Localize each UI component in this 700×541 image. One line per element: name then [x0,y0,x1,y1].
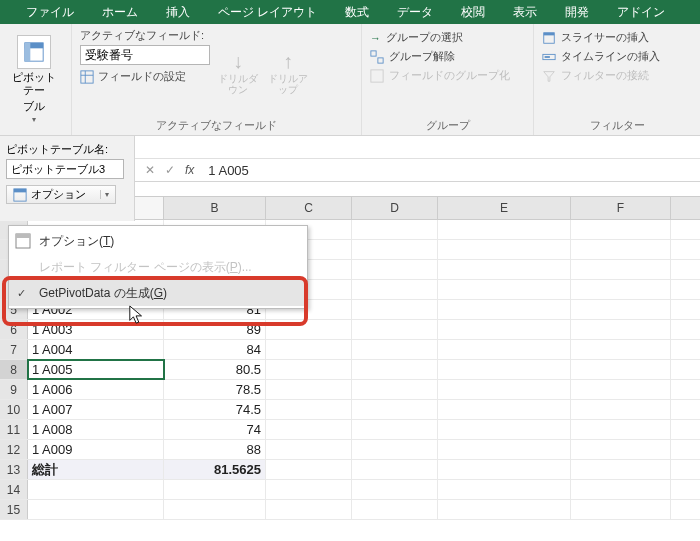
tab-formulas[interactable]: 数式 [331,0,383,24]
cell[interactable] [438,340,571,359]
cell[interactable] [438,300,571,319]
cell[interactable] [571,320,671,339]
cell[interactable] [266,460,352,479]
fx-icon[interactable]: fx [185,163,202,177]
ungroup-button[interactable]: グループ解除 [370,49,510,64]
row-header[interactable]: 7 [0,340,28,359]
cell[interactable] [352,280,438,299]
cell[interactable] [438,240,571,259]
cell-b[interactable]: 81.5625 [164,460,266,479]
cell[interactable] [571,500,671,519]
row-header[interactable]: 13 [0,460,28,479]
group-selection-button[interactable]: → グループの選択 [370,30,510,45]
pivot-name-input[interactable] [6,159,124,179]
row-header[interactable]: 14 [0,480,28,499]
active-field-input[interactable] [80,45,210,65]
cell-b[interactable] [164,480,266,499]
cell[interactable] [571,380,671,399]
cell[interactable] [266,440,352,459]
cell-a[interactable]: 1 A006 [28,380,164,399]
cell-a[interactable]: 1 A005 [28,360,164,379]
cell[interactable] [266,480,352,499]
cell[interactable] [438,380,571,399]
cell[interactable] [571,360,671,379]
cell[interactable] [438,260,571,279]
row-header[interactable]: 11 [0,420,28,439]
menu-item-options[interactable]: オプション(T) [9,228,307,254]
cell[interactable] [352,420,438,439]
cell[interactable] [571,340,671,359]
cell[interactable] [438,400,571,419]
cell[interactable] [438,360,571,379]
row-header[interactable]: 10 [0,400,28,419]
cell[interactable] [266,420,352,439]
cell[interactable] [571,280,671,299]
cell[interactable] [438,440,571,459]
cell-b[interactable]: 80.5 [164,360,266,379]
formula-value[interactable]: 1 A005 [202,163,249,178]
field-settings-button[interactable]: フィールドの設定 [80,69,210,84]
row-header[interactable]: 12 [0,440,28,459]
cell-b[interactable]: 78.5 [164,380,266,399]
cell-a[interactable]: 総計 [28,460,164,479]
insert-timeline-button[interactable]: タイムラインの挿入 [542,49,660,64]
cell[interactable] [266,320,352,339]
tab-review[interactable]: 校閲 [447,0,499,24]
cell[interactable] [571,400,671,419]
cell[interactable] [352,440,438,459]
cell[interactable] [266,340,352,359]
cell[interactable] [571,240,671,259]
col-header-b[interactable]: B [164,197,266,219]
chevron-down-icon[interactable]: ▾ [100,190,109,199]
cell[interactable] [352,320,438,339]
cell[interactable] [352,400,438,419]
cell-a[interactable]: 1 A007 [28,400,164,419]
cell-b[interactable]: 74 [164,420,266,439]
cell[interactable] [438,480,571,499]
row-header[interactable]: 6 [0,320,28,339]
cell[interactable] [266,500,352,519]
tab-insert[interactable]: 挿入 [152,0,204,24]
cell[interactable] [352,220,438,239]
tab-home[interactable]: ホーム [88,0,152,24]
cell[interactable] [266,400,352,419]
cell-a[interactable] [28,480,164,499]
cell-a[interactable]: 1 A003 [28,320,164,339]
cell[interactable] [438,460,571,479]
cell[interactable] [352,380,438,399]
cell[interactable] [438,220,571,239]
cell-a[interactable]: 1 A004 [28,340,164,359]
cell-b[interactable]: 84 [164,340,266,359]
cell[interactable] [266,360,352,379]
cell-a[interactable]: 1 A009 [28,440,164,459]
cell[interactable] [571,300,671,319]
tab-data[interactable]: データ [383,0,447,24]
cell[interactable] [352,260,438,279]
menu-item-getpivotdata[interactable]: ✓ GetPivotData の生成(G) [9,280,307,306]
cell-b[interactable]: 74.5 [164,400,266,419]
tab-addins[interactable]: アドイン [603,0,679,24]
col-header-c[interactable]: C [266,197,352,219]
cell[interactable] [352,340,438,359]
cell[interactable] [352,240,438,259]
cell[interactable] [571,220,671,239]
cell[interactable] [571,480,671,499]
cell[interactable] [352,500,438,519]
cell-a[interactable]: 1 A008 [28,420,164,439]
cell[interactable] [438,320,571,339]
insert-slicer-button[interactable]: スライサーの挿入 [542,30,660,45]
pivottable-button[interactable]: ピボットテー ブル ▾ [8,28,60,131]
cell-b[interactable] [164,500,266,519]
cell[interactable] [438,280,571,299]
cell[interactable] [571,440,671,459]
tab-view[interactable]: 表示 [499,0,551,24]
cell[interactable] [438,420,571,439]
cell[interactable] [571,420,671,439]
col-header-f[interactable]: F [571,197,671,219]
tab-page-layout[interactable]: ページ レイアウト [204,0,331,24]
col-header-e[interactable]: E [438,197,571,219]
cell[interactable] [438,500,571,519]
options-button[interactable]: オプション ▾ [6,185,116,204]
cell-a[interactable] [28,500,164,519]
cell-b[interactable]: 89 [164,320,266,339]
